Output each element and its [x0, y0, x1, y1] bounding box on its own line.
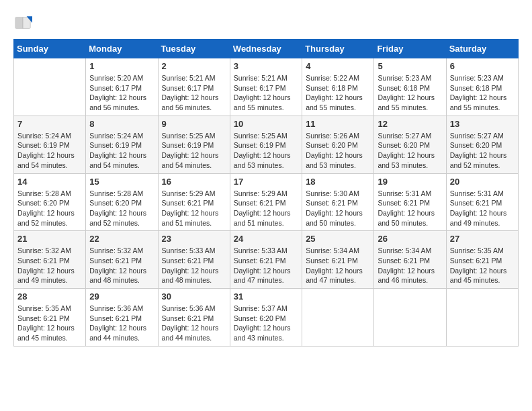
- day-number: 26: [378, 234, 442, 244]
- calendar-header-row: SundayMondayTuesdayWednesdayThursdayFrid…: [14, 40, 519, 58]
- day-number: 23: [162, 234, 226, 244]
- day-number: 21: [17, 234, 82, 244]
- day-number: 6: [450, 61, 515, 71]
- day-info: Sunrise: 5:20 AM Sunset: 6:17 PM Dayligh…: [89, 73, 154, 113]
- day-info: Sunrise: 5:27 AM Sunset: 6:20 PM Dayligh…: [378, 131, 442, 171]
- day-info: Sunrise: 5:22 AM Sunset: 6:18 PM Dayligh…: [306, 73, 370, 113]
- calendar-cell: 4Sunrise: 5:22 AM Sunset: 6:18 PM Daylig…: [302, 58, 374, 116]
- calendar-cell: 3Sunrise: 5:21 AM Sunset: 6:17 PM Daylig…: [230, 58, 302, 116]
- calendar-cell: 8Sunrise: 5:24 AM Sunset: 6:19 PM Daylig…: [86, 116, 158, 173]
- calendar-cell: 19Sunrise: 5:31 AM Sunset: 6:21 PM Dayli…: [374, 173, 446, 231]
- day-info: Sunrise: 5:34 AM Sunset: 6:21 PM Dayligh…: [306, 246, 370, 285]
- calendar-cell: 29Sunrise: 5:36 AM Sunset: 6:21 PM Dayli…: [86, 289, 158, 347]
- calendar-cell: 30Sunrise: 5:36 AM Sunset: 6:21 PM Dayli…: [158, 289, 230, 347]
- day-number: 30: [162, 291, 226, 302]
- day-info: Sunrise: 5:28 AM Sunset: 6:20 PM Dayligh…: [17, 189, 82, 228]
- day-info: Sunrise: 5:30 AM Sunset: 6:21 PM Dayligh…: [306, 189, 370, 228]
- calendar-cell: 18Sunrise: 5:30 AM Sunset: 6:21 PM Dayli…: [302, 173, 374, 231]
- day-number: 14: [17, 177, 82, 187]
- day-number: 17: [234, 177, 298, 187]
- day-info: Sunrise: 5:21 AM Sunset: 6:17 PM Dayligh…: [162, 73, 226, 113]
- day-info: Sunrise: 5:35 AM Sunset: 6:21 PM Dayligh…: [450, 246, 515, 285]
- calendar-cell: 1Sunrise: 5:20 AM Sunset: 6:17 PM Daylig…: [86, 58, 158, 116]
- calendar-cell: 21Sunrise: 5:32 AM Sunset: 6:21 PM Dayli…: [14, 231, 86, 289]
- day-info: Sunrise: 5:33 AM Sunset: 6:21 PM Dayligh…: [234, 246, 298, 285]
- day-number: 4: [306, 61, 370, 71]
- day-of-week-header: Monday: [86, 40, 158, 58]
- calendar-cell: 14Sunrise: 5:28 AM Sunset: 6:20 PM Dayli…: [14, 173, 86, 231]
- day-of-week-header: Sunday: [14, 40, 86, 58]
- day-info: Sunrise: 5:32 AM Sunset: 6:21 PM Dayligh…: [89, 246, 154, 285]
- calendar-cell: 20Sunrise: 5:31 AM Sunset: 6:21 PM Dayli…: [446, 173, 518, 231]
- calendar-cell: 9Sunrise: 5:25 AM Sunset: 6:19 PM Daylig…: [158, 116, 230, 173]
- calendar-cell: 11Sunrise: 5:26 AM Sunset: 6:20 PM Dayli…: [302, 116, 374, 173]
- day-info: Sunrise: 5:31 AM Sunset: 6:21 PM Dayligh…: [378, 189, 442, 228]
- day-number: 25: [306, 234, 370, 244]
- calendar-cell: 12Sunrise: 5:27 AM Sunset: 6:20 PM Dayli…: [374, 116, 446, 173]
- day-number: 2: [162, 61, 226, 71]
- calendar-cell: 17Sunrise: 5:29 AM Sunset: 6:21 PM Dayli…: [230, 173, 302, 231]
- day-number: 12: [378, 119, 442, 129]
- day-number: 15: [89, 177, 154, 187]
- day-number: 7: [17, 119, 82, 129]
- logo-icon: [13, 13, 32, 32]
- day-number: 19: [378, 177, 442, 187]
- svg-rect-2: [15, 17, 23, 29]
- day-number: 22: [89, 234, 154, 244]
- calendar-cell: 15Sunrise: 5:28 AM Sunset: 6:20 PM Dayli…: [86, 173, 158, 231]
- calendar-cell: 27Sunrise: 5:35 AM Sunset: 6:21 PM Dayli…: [446, 231, 518, 289]
- calendar-cell: 13Sunrise: 5:27 AM Sunset: 6:20 PM Dayli…: [446, 116, 518, 173]
- calendar-cell: 6Sunrise: 5:23 AM Sunset: 6:18 PM Daylig…: [446, 58, 518, 116]
- day-info: Sunrise: 5:36 AM Sunset: 6:21 PM Dayligh…: [162, 304, 226, 343]
- day-number: 31: [234, 291, 298, 302]
- day-of-week-header: Thursday: [302, 40, 374, 58]
- day-info: Sunrise: 5:33 AM Sunset: 6:21 PM Dayligh…: [162, 246, 226, 285]
- day-info: Sunrise: 5:24 AM Sunset: 6:19 PM Dayligh…: [89, 131, 154, 171]
- calendar-cell: 2Sunrise: 5:21 AM Sunset: 6:17 PM Daylig…: [158, 58, 230, 116]
- calendar-cell: [302, 289, 374, 347]
- day-number: 1: [89, 61, 154, 71]
- day-number: 24: [234, 234, 298, 244]
- day-info: Sunrise: 5:23 AM Sunset: 6:18 PM Dayligh…: [450, 73, 515, 113]
- day-info: Sunrise: 5:26 AM Sunset: 6:20 PM Dayligh…: [306, 131, 370, 171]
- day-info: Sunrise: 5:29 AM Sunset: 6:21 PM Dayligh…: [162, 189, 226, 228]
- day-info: Sunrise: 5:32 AM Sunset: 6:21 PM Dayligh…: [17, 246, 82, 285]
- day-of-week-header: Wednesday: [230, 40, 302, 58]
- calendar-week-row: 1Sunrise: 5:20 AM Sunset: 6:17 PM Daylig…: [14, 58, 519, 116]
- logo: [13, 13, 35, 32]
- calendar-cell: [14, 58, 86, 116]
- calendar-cell: 28Sunrise: 5:35 AM Sunset: 6:21 PM Dayli…: [14, 289, 86, 347]
- day-info: Sunrise: 5:35 AM Sunset: 6:21 PM Dayligh…: [17, 304, 82, 343]
- calendar-cell: 16Sunrise: 5:29 AM Sunset: 6:21 PM Dayli…: [158, 173, 230, 231]
- day-number: 10: [234, 119, 298, 129]
- calendar-cell: 5Sunrise: 5:23 AM Sunset: 6:18 PM Daylig…: [374, 58, 446, 116]
- calendar-week-row: 14Sunrise: 5:28 AM Sunset: 6:20 PM Dayli…: [14, 173, 519, 231]
- calendar-cell: 22Sunrise: 5:32 AM Sunset: 6:21 PM Dayli…: [86, 231, 158, 289]
- day-info: Sunrise: 5:25 AM Sunset: 6:19 PM Dayligh…: [162, 131, 226, 171]
- calendar-cell: [374, 289, 446, 347]
- day-info: Sunrise: 5:37 AM Sunset: 6:20 PM Dayligh…: [234, 304, 298, 343]
- calendar-week-row: 21Sunrise: 5:32 AM Sunset: 6:21 PM Dayli…: [14, 231, 519, 289]
- calendar-week-row: 7Sunrise: 5:24 AM Sunset: 6:19 PM Daylig…: [14, 116, 519, 173]
- day-info: Sunrise: 5:27 AM Sunset: 6:20 PM Dayligh…: [450, 131, 515, 171]
- day-info: Sunrise: 5:25 AM Sunset: 6:19 PM Dayligh…: [234, 131, 298, 171]
- calendar-cell: 26Sunrise: 5:34 AM Sunset: 6:21 PM Dayli…: [374, 231, 446, 289]
- day-number: 11: [306, 119, 370, 129]
- calendar-cell: 7Sunrise: 5:24 AM Sunset: 6:19 PM Daylig…: [14, 116, 86, 173]
- day-number: 8: [89, 119, 154, 129]
- calendar-cell: 24Sunrise: 5:33 AM Sunset: 6:21 PM Dayli…: [230, 231, 302, 289]
- day-info: Sunrise: 5:36 AM Sunset: 6:21 PM Dayligh…: [89, 304, 154, 343]
- day-number: 20: [450, 177, 515, 187]
- day-info: Sunrise: 5:24 AM Sunset: 6:19 PM Dayligh…: [17, 131, 82, 171]
- calendar-cell: 10Sunrise: 5:25 AM Sunset: 6:19 PM Dayli…: [230, 116, 302, 173]
- day-info: Sunrise: 5:23 AM Sunset: 6:18 PM Dayligh…: [378, 73, 442, 113]
- calendar-week-row: 28Sunrise: 5:35 AM Sunset: 6:21 PM Dayli…: [14, 289, 519, 347]
- calendar-table: SundayMondayTuesdayWednesdayThursdayFrid…: [13, 39, 519, 347]
- day-of-week-header: Saturday: [446, 40, 518, 58]
- calendar-cell: [446, 289, 518, 347]
- page-header: [13, 13, 519, 32]
- calendar-cell: 31Sunrise: 5:37 AM Sunset: 6:20 PM Dayli…: [230, 289, 302, 347]
- day-info: Sunrise: 5:28 AM Sunset: 6:20 PM Dayligh…: [89, 189, 154, 228]
- day-number: 13: [450, 119, 515, 129]
- day-number: 18: [306, 177, 370, 187]
